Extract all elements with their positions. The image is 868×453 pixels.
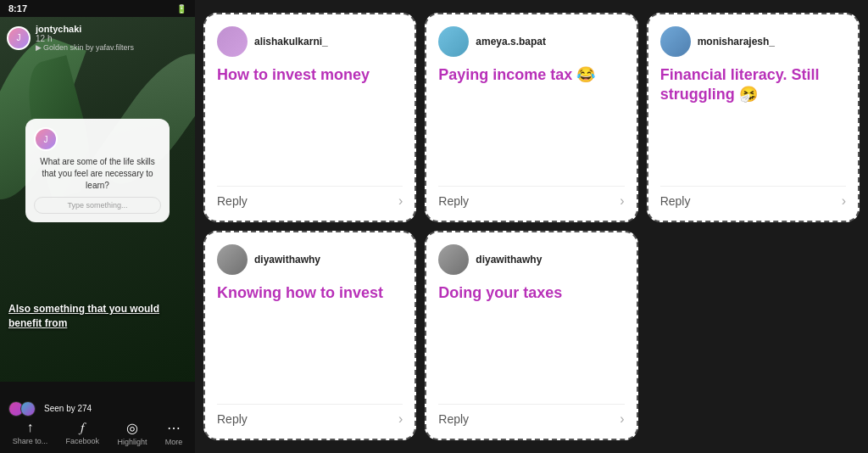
card-reply-label-2: Reply bbox=[438, 194, 469, 208]
card-response-text-3: Financial literacy. Still struggling 🤧 bbox=[660, 65, 846, 177]
story-header: J jontychaki 12 h ▶ Golden skin by yafav… bbox=[7, 24, 134, 52]
response-card-3: monisharajesh_ Financial literacy. Still… bbox=[647, 13, 860, 222]
highlight-label: Highlight bbox=[117, 438, 147, 446]
seen-avatar-2 bbox=[20, 401, 36, 417]
card-username-5: diyawithawhy bbox=[476, 254, 542, 266]
more-label: More bbox=[165, 438, 183, 446]
card-avatar-4 bbox=[217, 244, 248, 275]
card-reply-label-4: Reply bbox=[217, 412, 248, 426]
card-reply-row-3[interactable]: Reply › bbox=[660, 186, 846, 209]
card-response-text-2: Paying income tax 😂 bbox=[438, 65, 624, 177]
card-username-1: alishakulkarni_ bbox=[254, 36, 328, 48]
card-chevron-1: › bbox=[398, 193, 403, 209]
card-reply-row-4[interactable]: Reply › bbox=[217, 404, 403, 427]
type-something[interactable]: Type something... bbox=[34, 197, 161, 214]
card-reply-row-1[interactable]: Reply › bbox=[217, 186, 403, 209]
card-username-2: ameya.s.bapat bbox=[476, 36, 546, 48]
card-user-row-1: alishakulkarni_ bbox=[217, 26, 403, 57]
card-user-row-5: diyawithawhy bbox=[438, 244, 624, 275]
caption-overlay: Also something that you would benefit fr… bbox=[8, 302, 186, 331]
status-bar: 8:17 🔋 bbox=[0, 0, 195, 17]
responses-panel: alishakulkarni_ How to invest money Repl… bbox=[195, 0, 868, 453]
card-response-text-4: Knowing how to invest bbox=[217, 283, 403, 395]
card-avatar-3 bbox=[660, 26, 691, 57]
card-user-row-4: diyawithawhy bbox=[217, 244, 403, 275]
card-reply-row-5[interactable]: Reply › bbox=[438, 404, 624, 427]
question-card: J What are some of the life skills that … bbox=[25, 119, 170, 222]
story-area: J jontychaki 12 h ▶ Golden skin by yafav… bbox=[0, 17, 195, 382]
status-icons: 🔋 bbox=[176, 4, 186, 14]
share-action[interactable]: ↑ Share to... bbox=[13, 420, 48, 446]
card-user-row-2: ameya.s.bapat bbox=[438, 26, 624, 57]
seen-avatars bbox=[8, 401, 32, 417]
card-chevron-5: › bbox=[620, 411, 624, 427]
question-card-header: J bbox=[34, 127, 161, 151]
highlight-icon: ◎ bbox=[126, 420, 138, 436]
share-label: Share to... bbox=[13, 437, 48, 445]
seen-row: Seen by 274 bbox=[0, 401, 195, 417]
question-avatar: J bbox=[34, 127, 58, 151]
response-card-1: alishakulkarni_ How to invest money Repl… bbox=[203, 13, 416, 222]
story-username: jontychaki bbox=[36, 24, 134, 34]
card-chevron-2: › bbox=[620, 193, 624, 209]
phone-panel: 8:17 🔋 J jontychaki 12 h ▶ Golden skin b… bbox=[0, 0, 195, 453]
story-filter: ▶ Golden skin by yafav.filters bbox=[36, 43, 134, 52]
card-response-text-1: How to invest money bbox=[217, 65, 403, 177]
story-user-info: jontychaki 12 h ▶ Golden skin by yafav.f… bbox=[36, 24, 134, 52]
card-user-row-3: monisharajesh_ bbox=[660, 26, 846, 57]
response-card-2: ameya.s.bapat Paying income tax 😂 Reply … bbox=[425, 13, 637, 222]
card-reply-row-2[interactable]: Reply › bbox=[438, 186, 624, 209]
status-time: 8:17 bbox=[8, 3, 27, 14]
action-row: ↑ Share to... 𝑓 Facebook ◎ Highlight ⋯ M… bbox=[0, 420, 195, 446]
bottom-bar: Seen by 274 ↑ Share to... 𝑓 Facebook ◎ H… bbox=[0, 394, 195, 453]
card-chevron-3: › bbox=[842, 193, 846, 209]
response-card-5: diyawithawhy Doing your taxes Reply › bbox=[425, 231, 637, 440]
card-username-4: diyawithawhy bbox=[254, 254, 320, 266]
story-avatar: J bbox=[7, 26, 31, 50]
more-icon: ⋯ bbox=[167, 420, 181, 436]
play-icon: ▶ bbox=[36, 43, 42, 52]
card-chevron-4: › bbox=[398, 411, 403, 427]
card-username-3: monisharajesh_ bbox=[698, 36, 775, 48]
card-reply-label-3: Reply bbox=[660, 194, 691, 208]
more-action[interactable]: ⋯ More bbox=[165, 420, 183, 446]
card-avatar-5 bbox=[438, 244, 469, 275]
caption-text: Also something that you would benefit fr… bbox=[8, 302, 186, 331]
facebook-action[interactable]: 𝑓 Facebook bbox=[66, 420, 100, 446]
highlight-action[interactable]: ◎ Highlight bbox=[117, 420, 147, 446]
card-avatar-2 bbox=[438, 26, 469, 57]
question-text: What are some of the life skills that yo… bbox=[34, 156, 161, 192]
response-card-4: diyawithawhy Knowing how to invest Reply… bbox=[203, 231, 416, 440]
card-reply-label-1: Reply bbox=[217, 194, 248, 208]
card-response-text-5: Doing your taxes bbox=[438, 283, 624, 395]
card-reply-label-5: Reply bbox=[438, 412, 469, 426]
facebook-label: Facebook bbox=[66, 437, 100, 445]
filter-label: Golden skin by yafav.filters bbox=[43, 43, 134, 52]
battery-icon: 🔋 bbox=[176, 4, 186, 14]
seen-count: Seen by 274 bbox=[44, 404, 92, 413]
share-icon: ↑ bbox=[26, 420, 33, 435]
facebook-icon: 𝑓 bbox=[81, 420, 84, 435]
card-avatar-1 bbox=[217, 26, 248, 57]
story-time: 12 h bbox=[36, 34, 134, 43]
